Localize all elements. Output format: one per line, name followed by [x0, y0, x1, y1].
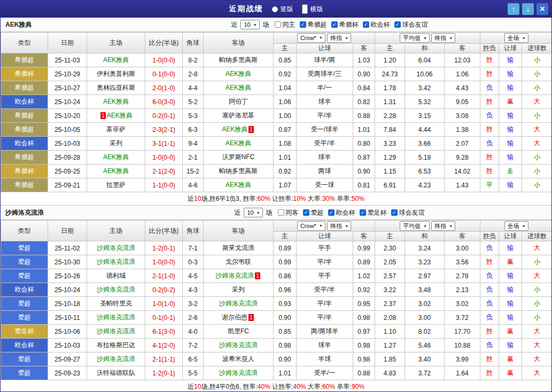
index-type-select[interactable]: 终指▼ — [431, 221, 455, 231]
bookmaker-select[interactable]: Crow*▼ — [297, 33, 325, 43]
handicap-home-odds: 1.06 — [274, 95, 297, 109]
euro-draw-odds: 3.40 — [405, 352, 445, 366]
match-row: 爱超25-09-23沃特福德联队1-2(0-1)5-5沙姆洛克流浪1.01受半/… — [1, 366, 552, 380]
handicap-line: 受半/一 — [297, 366, 353, 380]
layout-radio-horizontal[interactable]: 横版 — [302, 4, 323, 14]
handicap-line: 受平/半 — [297, 283, 353, 297]
radio-icon[interactable] — [302, 4, 308, 14]
filter-label: 希腊超 — [308, 20, 327, 29]
checkbox-checked-icon[interactable]: ✓ — [328, 209, 335, 216]
league-cell: 爱超 — [1, 311, 48, 325]
away-team-cell: 斯莱戈流浪 — [204, 241, 274, 255]
filter-checkbox[interactable]: 同主 — [275, 20, 296, 29]
filter-label: 球会友谊 — [402, 20, 428, 29]
bookmaker-select[interactable]: Crow*▼ — [297, 221, 325, 231]
result-goals: 大 — [522, 123, 552, 137]
euro-away-odds: 4.43 — [445, 81, 480, 95]
index-type-select[interactable]: 终指▼ — [431, 33, 455, 43]
score-cell: 2-3(2-1) — [145, 123, 183, 137]
col-result-handicap: 让球 — [499, 44, 522, 53]
checkbox-checked-icon[interactable]: ✓ — [303, 209, 309, 216]
euro-draw-odds: 3.48 — [405, 283, 445, 297]
filter-checkbox[interactable]: ✓爱足杯 — [360, 208, 387, 217]
scroll-up-button[interactable]: ↑ — [508, 3, 519, 15]
matches-label: 场 — [263, 20, 269, 29]
filter-checkbox[interactable]: ✓球会友谊 — [394, 20, 428, 29]
euro-home-odds: 2.28 — [375, 109, 405, 123]
close-button[interactable]: × — [537, 3, 548, 15]
handicap-line: 平/半 — [297, 297, 353, 311]
result-goals: 大 — [522, 352, 552, 366]
handicap-home-odds: 0.90 — [274, 352, 297, 366]
filter-checkbox[interactable]: ✓希腊超 — [300, 20, 327, 29]
section-header: AEK雅典 近 10 ▼ 场 同主✓希腊超✓希腊杯✓欧会杯✓球会友谊 — [1, 18, 551, 32]
euro-draw-odds: 3.15 — [405, 109, 445, 123]
col-odds-away: 客 — [353, 44, 375, 53]
scope-select[interactable]: 全场▼ — [504, 33, 528, 43]
handicap-home-odds: 1.08 — [274, 137, 297, 151]
chevron-down-icon: ▼ — [256, 211, 260, 215]
away-team-cell: 波希米亚人 — [204, 352, 274, 366]
team-name: AEK雅典 — [5, 20, 32, 29]
euro-home-odds: 1.20 — [375, 53, 405, 67]
scroll-down-button[interactable]: ↓ — [522, 3, 534, 15]
filter-checkbox[interactable]: ✓欧会杯 — [363, 20, 390, 29]
checkbox-checked-icon[interactable]: ✓ — [394, 21, 401, 28]
handicap-home-odds: 0.87 — [274, 123, 297, 137]
euro-home-odds: 2.08 — [375, 311, 405, 325]
checkbox-unchecked-icon[interactable] — [278, 209, 284, 216]
checkbox-checked-icon[interactable]: ✓ — [360, 209, 366, 216]
match-count-select[interactable]: 10 ▼ — [240, 20, 259, 29]
match-count-select[interactable]: 10 ▼ — [244, 208, 262, 217]
euro-away-odds: 3.99 — [445, 352, 480, 366]
checkbox-checked-icon[interactable]: ✓ — [300, 21, 306, 28]
checkbox-checked-icon[interactable]: ✓ — [331, 21, 338, 28]
score-cell: 1-2(0-1) — [145, 366, 183, 380]
col-euro-draw: 和 — [405, 44, 445, 53]
col-result-handicap: 让球 — [499, 232, 522, 241]
summary-segment: 90% — [352, 383, 364, 390]
match-row: 爱超25-10-11沙姆洛克流浪0-1(0-1)2-6谢尔伯恩10.90平/半0… — [1, 311, 552, 325]
home-team-cell: 沙姆洛克流浪 — [87, 311, 145, 325]
score-cell: 3-1(1-1) — [145, 137, 183, 151]
index-type-select[interactable]: 终指▼ — [327, 221, 351, 231]
result-wdl: 负 — [480, 81, 499, 95]
select-value: 全场 — [508, 34, 519, 42]
filter-checkbox[interactable]: ✓爱超 — [303, 208, 324, 217]
summary-segment: 60% — [258, 195, 270, 202]
average-select[interactable]: 平均值▼ — [400, 33, 430, 43]
radio-icon[interactable] — [272, 6, 278, 12]
filter-checkbox[interactable]: ✓希腊杯 — [331, 20, 359, 29]
checkbox-checked-icon[interactable]: ✓ — [363, 21, 369, 28]
result-handicap: 输 — [499, 123, 522, 137]
corner-cell: 2-1 — [183, 151, 204, 164]
euro-home-odds: 3.23 — [375, 137, 405, 151]
euro-home-odds: 1.27 — [375, 339, 405, 352]
euro-home-odds: 1.15 — [375, 164, 405, 178]
checkbox-checked-icon[interactable]: ✓ — [391, 209, 398, 216]
match-row: 爱超25-10-30沙姆洛克流浪1-0(0-0)0-3戈尔韦联0.99平/半0.… — [1, 255, 552, 269]
result-handicap: 赢 — [499, 352, 522, 366]
result-handicap: 输 — [499, 241, 522, 255]
handicap-away-odds: 0.98 — [353, 311, 375, 325]
average-select[interactable]: 平均值▼ — [400, 221, 430, 231]
league-cell: 希腊杯 — [1, 164, 48, 178]
index-type-select[interactable]: 终指▼ — [327, 33, 351, 43]
filter-checkbox[interactable]: ✓欧会杯 — [328, 208, 355, 217]
filter-checkbox[interactable]: 同客 — [278, 208, 299, 217]
scope-select[interactable]: 全场▼ — [504, 221, 528, 231]
handicap-away-odds: 1.01 — [353, 123, 375, 137]
league-cell: 希腊杯 — [1, 67, 48, 81]
chevron-down-icon: ▼ — [345, 36, 348, 40]
matches-label: 场 — [266, 208, 273, 217]
handicap-home-odds: 0.96 — [274, 283, 297, 297]
checkbox-unchecked-icon[interactable] — [275, 21, 281, 28]
euro-draw-odds: 10.06 — [405, 67, 445, 81]
home-team-cell: 基菲萨 — [87, 123, 145, 137]
titlebar: 近期战绩 竖版 横版 ↑ ↓ × — [1, 1, 551, 18]
euro-away-odds: 1.38 — [445, 123, 480, 137]
filter-checkbox[interactable]: ✓球会友谊 — [391, 208, 425, 217]
summary-segment: 40% — [258, 383, 270, 390]
filter-label: 球会友谊 — [399, 208, 425, 217]
layout-radio-vertical[interactable]: 竖版 — [272, 5, 293, 14]
